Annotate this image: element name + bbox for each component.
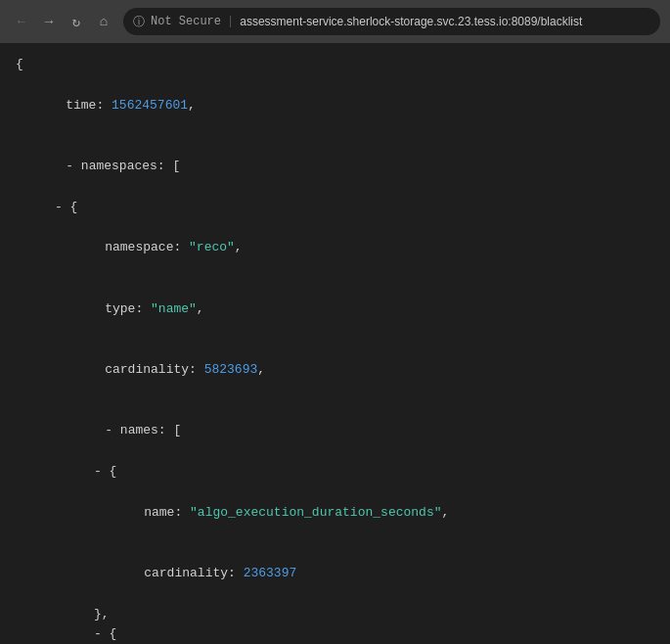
time-value: 1562457601 — [112, 98, 188, 113]
namespaces-line: - namespaces: [ — [16, 136, 654, 197]
back-button[interactable]: ← — [10, 10, 33, 33]
ns1-name0-cardinality: cardinality: 2363397 — [16, 543, 654, 604]
namespaces-key: namespaces — [81, 159, 157, 173]
ns1-type: type: "name", — [16, 279, 654, 340]
not-secure-icon: ⓘ — [133, 14, 145, 30]
url-text: assessment-service.sherlock-storage.svc.… — [240, 15, 582, 28]
json-content: { time: 1562457601, - namespaces: [ - { … — [0, 43, 670, 644]
ns1-name0-close: }, — [16, 605, 654, 625]
ns1-names-label: - names: [ — [16, 401, 654, 462]
url-separator: | — [227, 15, 234, 28]
browser-chrome: ← → ↻ ⌂ ⓘ Not Secure | assessment-servic… — [0, 0, 670, 43]
not-secure-label: Not Secure — [151, 15, 221, 28]
ns1-cardinality: cardinality: 5823693, — [16, 340, 654, 400]
ns1-name1-open: - { — [16, 624, 654, 644]
json-open-brace: { — [16, 55, 654, 75]
address-bar[interactable]: ⓘ Not Secure | assessment-service.sherlo… — [123, 8, 660, 35]
ns1-name0-name: name: "algo_execution_duration_seconds", — [16, 483, 654, 543]
home-button[interactable]: ⌂ — [92, 10, 115, 33]
ns1-name0-open: - { — [16, 462, 654, 483]
ns1-open: - { — [16, 198, 654, 218]
ns1-namespace: namespace: "reco", — [16, 217, 654, 278]
forward-button[interactable]: → — [37, 10, 61, 33]
time-line: time: 1562457601, — [16, 75, 654, 136]
time-key: time — [66, 98, 96, 113]
reload-button[interactable]: ↻ — [65, 10, 88, 33]
